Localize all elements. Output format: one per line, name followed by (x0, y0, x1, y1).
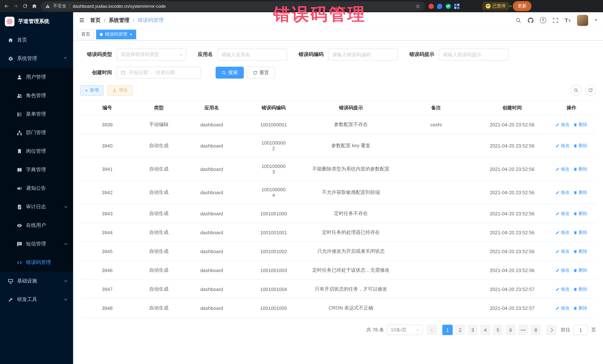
next-page-button[interactable] (546, 325, 557, 335)
page-button[interactable]: 1 (442, 325, 453, 335)
cell-remark: ceshi (395, 115, 477, 134)
fullscreen-icon[interactable] (552, 17, 558, 23)
edit-link[interactable]: 修改 (556, 121, 570, 128)
tag-home[interactable]: 首页 (78, 30, 94, 39)
page-button[interactable]: 4 (480, 325, 491, 335)
cell-time: 2021-04-20 23:52:56 (477, 242, 547, 261)
edit-link[interactable]: 修改 (556, 248, 570, 254)
error-code-input[interactable] (328, 49, 398, 60)
error-type-select[interactable]: 请选择错误码类型 (116, 49, 186, 60)
search-button[interactable]: 搜索 (216, 67, 244, 78)
sidebar-item[interactable]: 审计日志 (0, 198, 73, 216)
caret-down-icon[interactable] (594, 19, 597, 21)
cell-app: dashboard (183, 157, 240, 181)
page-size-select[interactable]: 10条/页 (387, 325, 423, 335)
export-button[interactable]: 导出 (107, 85, 132, 95)
edit-link[interactable]: 修改 (556, 166, 570, 172)
edit-link[interactable]: 修改 (556, 229, 570, 236)
sidebar-item[interactable]: 在线用户 (0, 216, 73, 235)
breadcrumb-item[interactable]: 系统管理 (109, 17, 129, 23)
extension-icon[interactable] (446, 3, 451, 9)
start-date-placeholder: 开始日期 (129, 69, 148, 76)
sidebar-item[interactable]: 用户管理 (0, 68, 73, 86)
refresh-table-button[interactable] (585, 85, 596, 96)
delete-link[interactable]: 删除 (573, 189, 587, 196)
sidebar-item[interactable]: 部门管理 (0, 123, 73, 142)
bookmark-star-icon[interactable] (415, 3, 420, 9)
total-count: 共 76 条 (366, 327, 384, 333)
page-button[interactable]: 8 (531, 325, 541, 335)
user-avatar[interactable] (577, 15, 588, 26)
sidebar-item[interactable]: 菜单管理 (0, 105, 73, 123)
error-hint-input[interactable] (439, 49, 509, 60)
edit-link[interactable]: 修改 (556, 267, 570, 273)
filter-row-2: 创建时间 开始日期 - 结束日期 搜索 重置 (80, 67, 596, 78)
reset-button[interactable]: 重置 (247, 67, 275, 78)
delete-link[interactable]: 删除 (573, 286, 587, 292)
date-range-picker[interactable]: 开始日期 - 结束日期 (116, 67, 201, 78)
cell-type: 手动编辑 (134, 115, 183, 134)
delete-link[interactable]: 删除 (573, 267, 587, 273)
reload-icon[interactable] (22, 3, 28, 9)
cell-hint: 不允许获取敏感配置到前端 (307, 181, 395, 204)
delete-link[interactable]: 删除 (573, 229, 587, 236)
header-search-icon[interactable] (515, 17, 521, 23)
extensions-area: on (429, 3, 479, 9)
page-button[interactable]: 6 (505, 325, 516, 335)
page-button[interactable]: 3 (468, 325, 478, 335)
page-button[interactable]: 5 (493, 325, 503, 335)
help-icon[interactable]: ? (540, 17, 546, 23)
sidebar-item[interactable]: 短信管理 (0, 235, 73, 253)
sidebar-item[interactable]: 通知公告 (0, 179, 73, 198)
delete-link[interactable]: 删除 (573, 248, 587, 254)
delete-link[interactable]: 删除 (573, 143, 587, 149)
pagination: 共 76 条 10条/页 123456•••8 前往 页 (80, 325, 596, 335)
sidebar-item[interactable]: 字典管理 (0, 161, 73, 179)
sidebar-item[interactable]: 角色管理 (0, 86, 73, 105)
log-icon (17, 204, 22, 210)
delete-link[interactable]: 删除 (573, 166, 587, 172)
cell-type: 自动生成 (134, 223, 183, 242)
prev-page-button[interactable] (427, 325, 437, 335)
sidebar-item[interactable]: 首页 (0, 31, 73, 49)
cell-hint: 只有开启状态的任务，才可以修改 (307, 280, 395, 298)
paused-badge[interactable]: 已暂停 (482, 2, 509, 10)
edit-link[interactable]: 修改 (556, 305, 570, 311)
close-icon[interactable]: × (129, 32, 132, 37)
extension-icon[interactable] (437, 3, 442, 9)
edit-link[interactable]: 修改 (556, 210, 570, 217)
cell-app: dashboard (183, 261, 240, 280)
page-more-button[interactable]: ••• (518, 325, 528, 335)
address-bar[interactable]: 不安全 dashboard.yudao.iocoder.cn/system/er… (41, 1, 425, 11)
sidebar-item[interactable]: 错误码管理 (0, 253, 73, 272)
update-button[interactable]: 更新 (513, 1, 531, 11)
back-icon[interactable] (4, 3, 9, 9)
goto-page-input[interactable] (573, 325, 588, 335)
sidebar-item[interactable]: 基础设施 (0, 272, 73, 290)
forward-icon[interactable] (13, 3, 19, 9)
browser-home-icon[interactable] (32, 3, 37, 9)
breadcrumb-item[interactable]: 首页 (90, 17, 101, 23)
edit-link[interactable]: 修改 (556, 189, 570, 196)
page-button[interactable]: 2 (455, 325, 465, 335)
delete-link[interactable]: 删除 (573, 121, 587, 128)
cell-time: 2021-04-20 23:52:56 (477, 157, 547, 181)
chevron-down-icon (64, 279, 67, 282)
tag-error-code[interactable]: 错误码管理 × (96, 30, 136, 39)
font-size-icon[interactable]: TT (565, 17, 571, 23)
filter-time-label: 创建时间 (80, 69, 112, 76)
sidebar-toggle-icon[interactable] (79, 17, 85, 23)
edit-link[interactable]: 修改 (556, 286, 570, 292)
toggle-search-button[interactable] (571, 85, 581, 96)
extension-icon[interactable] (429, 3, 434, 9)
logo-row[interactable]: 芋道管理系统 (0, 12, 73, 31)
app-name-input[interactable] (217, 49, 287, 60)
sidebar-item[interactable]: 研发工具 (0, 290, 73, 309)
delete-link[interactable]: 删除 (573, 210, 587, 217)
sidebar-item[interactable]: 岗位管理 (0, 142, 73, 161)
github-icon[interactable] (527, 17, 533, 23)
edit-link[interactable]: 修改 (556, 143, 570, 149)
add-button[interactable]: + 新增 (80, 85, 104, 95)
delete-link[interactable]: 删除 (573, 305, 587, 311)
sidebar-item[interactable]: 系统管理 (0, 49, 73, 68)
